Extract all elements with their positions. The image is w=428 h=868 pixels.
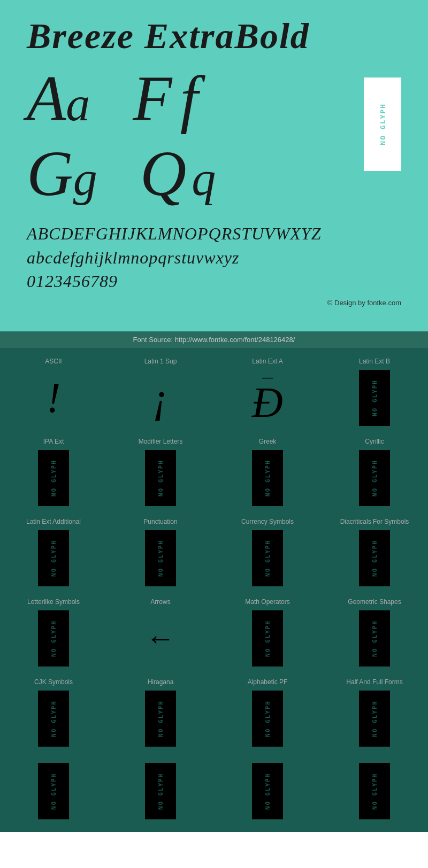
font-title: Breeze ExtraBold [27, 16, 401, 56]
no-glyph-dark-badge: NO GLYPH [38, 691, 69, 747]
cell-label: Modifier Letters [139, 438, 183, 445]
no-glyph-dark-badge: NO GLYPH [38, 530, 69, 586]
cell-label: Letterlike Symbols [27, 598, 80, 606]
cell-label: Alphabetic PF [248, 678, 288, 686]
no-glyph-dark-text: NO GLYPH [264, 540, 271, 577]
no-glyph-dark-badge: NO GLYPH [359, 691, 390, 747]
no-glyph-dark-badge: NO GLYPH [359, 450, 390, 506]
glyph-cell: Diacriticals For SymbolsNO GLYPH [321, 514, 428, 594]
cell-glyph-area: NO GLYPH [352, 689, 398, 748]
no-glyph-dark-text: NO GLYPH [371, 540, 378, 577]
cell-glyph-area: NO GLYPH [352, 368, 398, 427]
no-glyph-dark-badge: NO GLYPH [359, 530, 390, 586]
cell-glyph-area: NO GLYPH [138, 689, 184, 748]
cell-glyph-area: NO GLYPH [245, 762, 291, 820]
no-glyph-dark-badge: NO GLYPH [38, 610, 69, 666]
no-glyph-dark-badge: NO GLYPH [359, 370, 390, 426]
cell-label: Latin Ext B [359, 358, 390, 365]
glyph-cell: NO GLYPH [214, 754, 321, 827]
arrow-glyph: ← [146, 621, 175, 655]
glyph-pair-gg: G g [27, 142, 97, 206]
glyph-pair-qq: Q q [140, 142, 216, 206]
cell-glyph-area: NO GLYPH [31, 609, 77, 668]
no-glyph-dark-text: NO GLYPH [157, 460, 164, 497]
glyph-cell: Latin 1 Sup¡ [107, 353, 214, 433]
top-section: Breeze ExtraBold A a F f G g Q q NO GLYP… [0, 0, 428, 331]
glyph-A: A [27, 67, 66, 131]
no-glyph-dark-badge: NO GLYPH [252, 530, 283, 586]
glyph-cell: Latin Ext BNO GLYPH [321, 353, 428, 433]
no-glyph-dark-text: NO GLYPH [157, 773, 164, 810]
glyph-cell: Math OperatorsNO GLYPH [214, 594, 321, 674]
cell-label: ASCII [45, 358, 62, 365]
glyph-a: a [66, 80, 90, 128]
cell-glyph-area: ← [138, 609, 184, 668]
glyph-cell: PunctuationNO GLYPH [107, 514, 214, 594]
no-glyph-dark-badge: NO GLYPH [145, 691, 176, 747]
cell-glyph-area: NO GLYPH [352, 529, 398, 587]
cell-label: CJK Symbols [34, 678, 73, 686]
no-glyph-dark-text: NO GLYPH [371, 620, 378, 657]
no-glyph-dark-badge: NO GLYPH [359, 763, 390, 819]
cell-label: Greek [259, 438, 277, 445]
cell-label: Arrows [150, 598, 170, 606]
glyph-grid: ASCII!Latin 1 Sup¡Latin Ext A—ĐLatin Ext… [0, 353, 428, 827]
no-glyph-dark-badge: NO GLYPH [145, 450, 176, 506]
cell-glyph-area: NO GLYPH [138, 448, 184, 507]
digits: 0123456789 [27, 269, 401, 293]
glyph-Q: Q [140, 142, 187, 206]
cell-glyph-area: NO GLYPH [352, 448, 398, 507]
glyph-q: q [192, 155, 216, 203]
cell-glyph-area: NO GLYPH [31, 448, 77, 507]
alphabet-section: ABCDEFGHIJKLMNOPQRSTUVWXYZ abcdefghijklm… [27, 222, 401, 293]
no-glyph-dark-text: NO GLYPH [264, 700, 271, 737]
cell-glyph-area: NO GLYPH [352, 762, 398, 820]
cell-glyph-area: —Đ [245, 368, 291, 427]
glyph-cell: Letterlike SymbolsNO GLYPH [0, 594, 107, 674]
no-glyph-dark-text: NO GLYPH [371, 460, 378, 497]
glyph-cell: Arrows← [107, 594, 214, 674]
cell-label: Punctuation [143, 518, 177, 525]
no-glyph-dark-badge: NO GLYPH [252, 691, 283, 747]
no-glyph-dark-text: NO GLYPH [371, 773, 378, 810]
no-glyph-dark-text: NO GLYPH [50, 773, 57, 810]
cell-glyph-area: NO GLYPH [31, 529, 77, 587]
glyph-char: ! [47, 376, 61, 419]
font-source: Font Source: http://www.fontke.com/font/… [133, 336, 295, 344]
cell-label: IPA Ext [43, 438, 64, 445]
no-glyph-dark-badge: NO GLYPH [145, 763, 176, 819]
no-glyph-badge-top: NO GLYPH [364, 78, 401, 171]
alphabet-lower: abcdefghijklmnopqrstuvwxyz [27, 246, 401, 270]
glyph-F: F [133, 67, 172, 131]
no-glyph-dark-text: NO GLYPH [371, 379, 378, 416]
cell-glyph-area: NO GLYPH [138, 762, 184, 820]
diacritic-container: —Đ [252, 371, 283, 424]
cell-label: Latin 1 Sup [144, 358, 177, 365]
glyph-cell: Geometric ShapesNO GLYPH [321, 594, 428, 674]
glyph-cell: ASCII! [0, 353, 107, 433]
glyph-cell: NO GLYPH [321, 754, 428, 827]
cell-label: Math Operators [245, 598, 289, 606]
no-glyph-dark-badge: NO GLYPH [252, 763, 283, 819]
glyph-cell: HiraganaNO GLYPH [107, 674, 214, 754]
bottom-section: ASCII!Latin 1 Sup¡Latin Ext A—ĐLatin Ext… [0, 348, 428, 832]
glyph-cell: Latin Ext A—Đ [214, 353, 321, 433]
glyph-cell: NO GLYPH [107, 754, 214, 827]
glyph-pair-aa: A a [27, 67, 90, 131]
no-glyph-dark-text: NO GLYPH [157, 540, 164, 577]
cell-label: Currency Symbols [241, 518, 294, 525]
no-glyph-dark-text: NO GLYPH [157, 700, 164, 737]
cell-glyph-area: ! [31, 368, 77, 427]
glyph-cell: Half And Full FormsNO GLYPH [321, 674, 428, 754]
no-glyph-label-top: NO GLYPH [379, 103, 387, 145]
no-glyph-dark-text: NO GLYPH [264, 620, 271, 657]
cell-glyph-area: NO GLYPH [245, 448, 291, 507]
cell-label: Half And Full Forms [346, 678, 402, 686]
copyright: © Design by fontke.com [27, 299, 401, 307]
glyph-row-2: G g Q q [27, 142, 401, 206]
no-glyph-dark-badge: NO GLYPH [359, 610, 390, 666]
no-glyph-dark-badge: NO GLYPH [252, 450, 283, 506]
glyph-g: g [73, 155, 97, 203]
no-glyph-dark-text: NO GLYPH [371, 700, 378, 737]
glyph-char: Đ [252, 381, 283, 424]
